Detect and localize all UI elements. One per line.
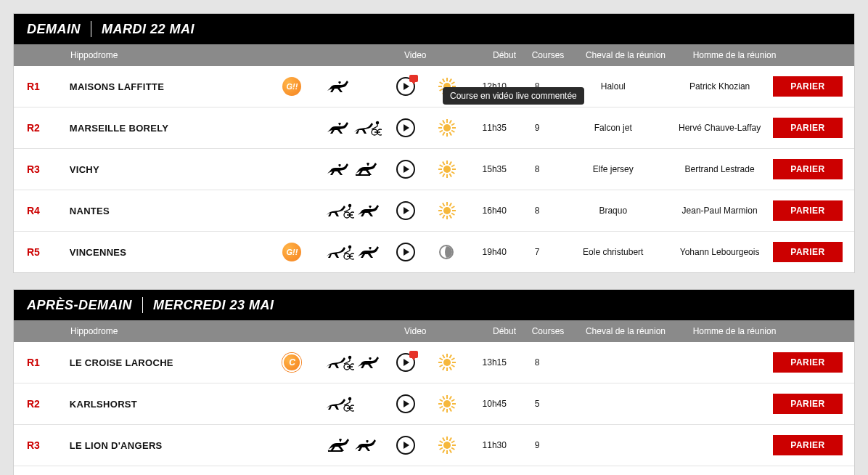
hippodrome-name: LE CROISE LAROCHE (70, 357, 283, 368)
discipline-trot-icon (325, 243, 354, 261)
bet-button[interactable]: PARIER (773, 435, 843, 455)
discipline-trot-icon (353, 119, 382, 137)
sun-icon (439, 354, 455, 370)
races-count: 8 (515, 164, 560, 174)
col-cheval: Cheval de la réunion (571, 326, 680, 336)
discipline-gallop-icon (325, 161, 351, 178)
column-headers: HippodromeVideoDébutCoursesCheval de la … (14, 320, 854, 342)
meeting-row[interactable]: R4NANTES16h408BraquoJean-Paul MarmionPAR… (14, 190, 854, 231)
bet-button[interactable]: PARIER (773, 242, 843, 262)
bet-button[interactable]: PARIER (773, 352, 843, 373)
meeting-code: R3 (27, 163, 70, 175)
video-notification-icon (409, 351, 418, 358)
horse-of-meeting: Falcon jet (560, 123, 666, 133)
col-video: Video (404, 50, 448, 60)
play-video-button[interactable] (396, 353, 415, 372)
hippodrome-name: NANTES (70, 206, 283, 216)
start-time: 11h30 (475, 440, 515, 450)
sun-icon (439, 203, 455, 219)
svg-point-12 (349, 356, 351, 358)
play-video-button[interactable] (396, 77, 415, 96)
discipline-gallop-icon (325, 78, 351, 95)
man-of-meeting: Bertrand Lestrade (666, 164, 773, 174)
sun-icon (439, 396, 455, 412)
hippodrome-name: VICHY (70, 164, 283, 175)
hippodrome-name: MAISONS LAFFITTE (70, 81, 283, 92)
sun-icon (439, 120, 455, 136)
meeting-row[interactable]: R2MARSEILLE BORELY11h359Falcon jetHervé … (14, 107, 854, 148)
meeting-row[interactable]: R1LE CROISE LAROCHEC13h158PARIER (14, 342, 854, 383)
video-notification-icon (409, 75, 418, 82)
col-homme: Homme de la réunion (680, 326, 789, 336)
moon-icon (439, 245, 454, 259)
play-video-button[interactable] (396, 160, 415, 179)
sun-icon (439, 437, 455, 453)
video-tooltip: Course en vidéo live commentée (443, 87, 584, 105)
col-courses: Courses (525, 326, 571, 336)
discipline-gallop-icon (356, 354, 382, 371)
bet-button[interactable]: PARIER (773, 159, 843, 179)
start-time: 19h40 (475, 247, 515, 257)
meeting-row[interactable]: R2KARLSHORST10h455PARIER (14, 383, 854, 424)
bet-button[interactable]: PARIER (773, 394, 843, 414)
svg-point-6 (349, 204, 351, 206)
discipline-gallop-icon (325, 119, 351, 137)
play-video-button[interactable] (396, 436, 415, 455)
bet-button[interactable]: PARIER (773, 118, 843, 138)
date-label: MARDI 22 MAI (102, 22, 195, 37)
sun-icon (439, 161, 455, 177)
man-of-meeting: Hervé Chauve-Laffay (666, 123, 773, 133)
discipline-trot-icon (325, 395, 354, 413)
meeting-row[interactable]: R5VINCENNESG!!19h407Eole christubertYoha… (14, 231, 854, 272)
meeting-code: R1 (27, 357, 70, 368)
horse-of-meeting: Eole christubert (560, 247, 666, 257)
date-label: MERCREDI 23 MAI (153, 298, 274, 313)
hippodrome-name: MARSEILLE BORELY (70, 123, 283, 134)
start-time: 13h15 (475, 357, 515, 368)
bet-button[interactable]: PARIER (773, 200, 843, 221)
play-video-button[interactable] (396, 243, 415, 261)
play-video-button[interactable] (396, 201, 415, 220)
bet-button[interactable]: PARIER (773, 76, 843, 97)
meeting-code: R2 (27, 398, 70, 410)
col-video: Video (404, 326, 448, 336)
play-video-button[interactable] (396, 394, 415, 413)
svg-point-9 (349, 245, 351, 248)
races-count: 5 (515, 399, 560, 409)
header-separator (91, 21, 91, 37)
meeting-code: R3 (27, 439, 70, 451)
discipline-trot-icon (325, 202, 354, 219)
meeting-code: R1 (27, 81, 70, 92)
event-badge: C (282, 353, 301, 372)
column-headers: HippodromeVideoDébutCoursesCheval de la … (14, 44, 854, 66)
races-count: 8 (515, 206, 560, 216)
event-badge: G!! (282, 243, 301, 261)
hippodrome-name: VINCENNES (70, 247, 283, 258)
svg-rect-3 (356, 174, 370, 176)
man-of-meeting: Jean-Paul Marmion (666, 206, 773, 216)
discipline-gallop-icon (356, 202, 382, 219)
man-of-meeting: Patrick Khozian (666, 81, 773, 92)
meeting-code: R2 (27, 122, 70, 134)
col-homme: Homme de la réunion (680, 50, 789, 60)
col-hippodrome: Hippodrome (70, 50, 288, 60)
start-time: 10h45 (475, 399, 515, 409)
meeting-code: R4 (27, 205, 70, 216)
man-of-meeting: Yohann Lebourgeois (666, 247, 773, 257)
discipline-jump-icon (325, 437, 351, 454)
discipline-gallop-icon (356, 243, 382, 261)
meeting-row[interactable]: R4VICHY16h158PARIER (14, 466, 854, 475)
meeting-row[interactable]: R3LE LION D'ANGERS11h309PARIER (14, 424, 854, 466)
meeting-row[interactable]: R1MAISONS LAFFITTEG!!12h108HaloulPatrick… (14, 66, 854, 107)
day-label: DEMAIN (27, 22, 81, 37)
day-section: APRÈS-DEMAINMERCREDI 23 MAIHippodromeVid… (13, 289, 855, 475)
races-count: 7 (515, 247, 560, 257)
meeting-row[interactable]: R3VICHY15h358Elfe jerseyBertrand Lestrad… (14, 148, 854, 190)
play-video-button[interactable] (396, 118, 415, 137)
col-hippodrome: Hippodrome (70, 326, 288, 336)
event-badge: G!! (282, 77, 301, 96)
races-count: 8 (515, 357, 560, 368)
col-debut: Début (484, 326, 525, 336)
col-cheval: Cheval de la réunion (571, 50, 680, 60)
hippodrome-name: LE LION D'ANGERS (70, 440, 283, 451)
